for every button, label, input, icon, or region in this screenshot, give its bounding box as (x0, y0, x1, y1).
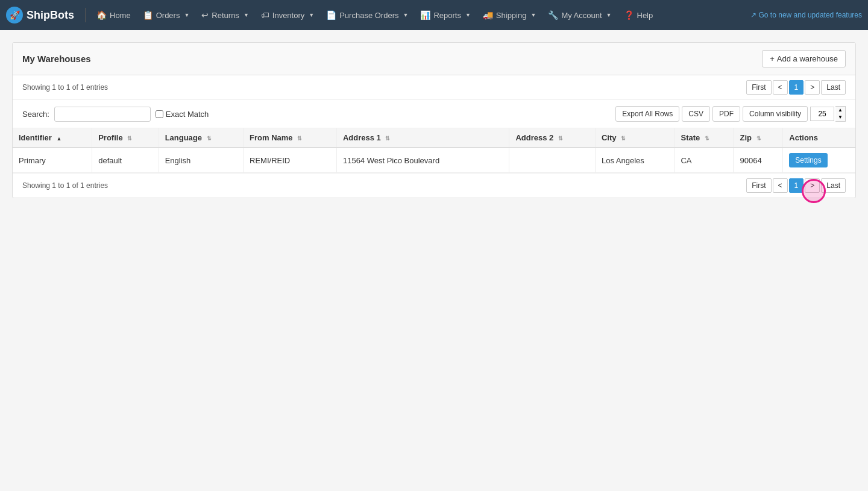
last-page-button-bottom[interactable]: Last (821, 178, 846, 193)
orders-icon: 📋 (143, 10, 153, 20)
nav-item-purchase-orders[interactable]: 📄 Purchase Orders ▼ (320, 0, 414, 30)
nav-help-label: Help (637, 11, 653, 20)
navbar: 🚀 ShipBots 🏠 Home 📋 Orders ▼ ↩ Returns ▼… (0, 0, 868, 30)
from-name-sort-icon: ⇅ (297, 136, 302, 142)
page-size-control: 25 ▲ ▼ (810, 106, 846, 121)
col-zip[interactable]: Zip ⇅ (734, 128, 783, 148)
orders-caret: ▼ (184, 12, 189, 18)
csv-button[interactable]: CSV (682, 106, 710, 122)
col-actions: Actions (783, 128, 855, 148)
warehouses-table: Identifier ▲ Profile ⇅ Language ⇅ From N… (13, 128, 855, 173)
col-language-label: Language (165, 133, 202, 142)
col-address1[interactable]: Address 1 ⇅ (336, 128, 509, 148)
table-row: PrimarydefaultEnglishREMI/REID11564 West… (13, 148, 855, 173)
table-body: PrimarydefaultEnglishREMI/REID11564 West… (13, 148, 855, 173)
col-identifier-label: Identifier (19, 133, 52, 142)
page-size-input[interactable]: 25 (810, 107, 834, 121)
home-icon: 🏠 (96, 10, 107, 20)
col-from-name-label: From Name (250, 133, 293, 142)
page-size-down-arrow[interactable]: ▼ (835, 114, 845, 121)
nav-item-my-account[interactable]: 🔧 My Account ▼ (542, 0, 617, 30)
identifier-sort-icon: ▲ (57, 136, 62, 142)
pagination-top: First < 1 > Last (746, 80, 846, 95)
col-city-label: City (602, 133, 617, 142)
search-input[interactable] (54, 107, 151, 122)
next-page-button-bottom[interactable]: > (805, 178, 820, 193)
last-page-button-top[interactable]: Last (821, 80, 846, 95)
pagination-bottom: First < 1 > Last (746, 178, 846, 193)
col-profile[interactable]: Profile ⇅ (92, 128, 159, 148)
nav-divider (85, 8, 86, 22)
profile-sort-icon: ⇅ (127, 136, 132, 142)
inventory-icon: 🏷 (261, 10, 269, 20)
state-sort-icon: ⇅ (705, 136, 709, 142)
prev-page-button-bottom[interactable]: < (773, 178, 788, 193)
city-sort-icon: ⇅ (621, 136, 626, 142)
nav-item-orders[interactable]: 📋 Orders ▼ (137, 0, 196, 30)
language-sort-icon: ⇅ (207, 136, 212, 142)
col-state[interactable]: State ⇅ (675, 128, 734, 148)
col-state-label: State (681, 133, 700, 142)
page-content: My Warehouses + Add a warehouse Showing … (0, 30, 868, 210)
prev-page-button-top[interactable]: < (773, 80, 788, 95)
brand-logo[interactable]: 🚀 ShipBots (6, 7, 74, 23)
external-link-text: Go to new and updated features (759, 11, 862, 19)
exact-match-checkbox[interactable] (156, 110, 163, 118)
external-link[interactable]: ↗ Go to new and updated features (750, 11, 862, 19)
col-address2[interactable]: Address 2 ⇅ (509, 128, 596, 148)
account-caret: ▼ (606, 12, 612, 18)
settings-button[interactable]: Settings (789, 153, 827, 167)
search-actions: Export All Rows CSV PDF Column visibilit… (615, 106, 846, 122)
panel-title: My Warehouses (22, 54, 91, 64)
po-caret: ▼ (403, 12, 408, 18)
table-controls-top: Showing 1 to 1 of 1 entries First < 1 > … (13, 75, 855, 100)
table-header-row: Identifier ▲ Profile ⇅ Language ⇅ From N… (13, 128, 855, 148)
export-all-rows-button[interactable]: Export All Rows (615, 106, 679, 122)
cell-actions: Settings (783, 148, 855, 173)
col-language[interactable]: Language ⇅ (159, 128, 243, 148)
nav-item-shipping[interactable]: 🚚 Shipping ▼ (477, 0, 542, 30)
pdf-button[interactable]: PDF (712, 106, 740, 122)
nav-orders-label: Orders (156, 11, 180, 20)
column-visibility-button[interactable]: Column visibility (743, 106, 808, 122)
nav-account-label: My Account (561, 11, 602, 20)
col-zip-label: Zip (740, 133, 752, 142)
col-city[interactable]: City ⇅ (595, 128, 675, 148)
search-row: Search: Exact Match Export All Rows CSV … (13, 100, 855, 128)
nav-inventory-label: Inventory (272, 11, 304, 20)
nav-item-help[interactable]: ❓ Help (618, 0, 659, 30)
returns-icon: ↩ (201, 10, 209, 20)
col-from-name[interactable]: From Name ⇅ (244, 128, 337, 148)
first-page-button-top[interactable]: First (746, 80, 771, 95)
nav-item-home[interactable]: 🏠 Home (90, 0, 137, 30)
search-left: Search: Exact Match (22, 107, 209, 122)
next-page-button-top[interactable]: > (805, 80, 820, 95)
exact-match-text: Exact Match (166, 110, 209, 119)
first-page-button-bottom[interactable]: First (746, 178, 771, 193)
nav-item-returns[interactable]: ↩ Returns ▼ (195, 0, 254, 30)
inventory-caret: ▼ (309, 12, 314, 18)
nav-returns-label: Returns (212, 11, 239, 20)
cell-language: English (159, 148, 243, 173)
nav-item-reports[interactable]: 📊 Reports ▼ (414, 0, 476, 30)
col-identifier[interactable]: Identifier ▲ (13, 128, 92, 148)
address1-sort-icon: ⇅ (385, 136, 390, 142)
add-warehouse-button[interactable]: + Add a warehouse (762, 50, 846, 67)
cell-from_name: REMI/REID (244, 148, 337, 173)
nav-po-label: Purchase Orders (339, 11, 398, 20)
col-address2-label: Address 2 (515, 133, 553, 142)
page-1-button-bottom[interactable]: 1 (789, 178, 804, 193)
nav-home-label: Home (110, 11, 131, 20)
cell-profile: default (92, 148, 159, 173)
entries-info-bottom: Showing 1 to 1 of 1 entries (22, 181, 108, 190)
page-1-button-top[interactable]: 1 (789, 80, 804, 95)
shipping-icon: 🚚 (483, 10, 493, 20)
nav-item-inventory[interactable]: 🏷 Inventory ▼ (255, 0, 320, 30)
page-size-arrows: ▲ ▼ (835, 106, 846, 121)
returns-caret: ▼ (244, 12, 249, 18)
page-size-up-arrow[interactable]: ▲ (835, 107, 845, 114)
navbar-right: ↗ Go to new and updated features (750, 11, 862, 19)
brand-name: ShipBots (27, 9, 74, 22)
exact-match-label[interactable]: Exact Match (156, 110, 209, 119)
cell-city: Los Angeles (595, 148, 675, 173)
